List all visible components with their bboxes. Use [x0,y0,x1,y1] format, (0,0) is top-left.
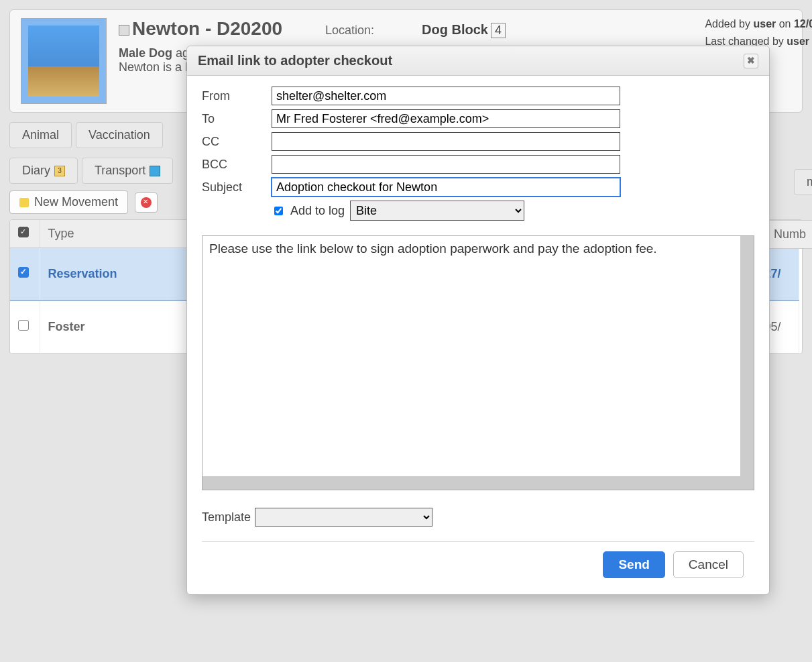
new-movement-button[interactable]: New Movement [9,190,128,214]
tab-animal[interactable]: Animal [9,122,72,148]
transport-icon [150,166,160,176]
dialog-titlebar[interactable]: Email link to adopter checkout ✖ [187,46,769,76]
template-select[interactable] [255,508,432,527]
vertical-scrollbar[interactable] [740,236,754,490]
addtolog-checkbox[interactable] [274,207,283,215]
to-input[interactable] [272,109,620,128]
location-label: Location: [325,23,374,38]
bcc-input[interactable] [272,155,620,174]
subject-label: Subject [202,180,265,195]
dialog-title-text: Email link to adopter checkout [198,53,392,68]
animal-title: Newton - D20200 [119,18,282,40]
close-icon[interactable]: ✖ [744,54,758,68]
subject-input[interactable] [272,178,620,197]
calendar-icon: 3 [54,166,65,176]
tab-vaccination[interactable]: Vaccination [76,122,163,148]
delete-movement-button[interactable] [135,192,158,213]
cancel-button[interactable]: Cancel [673,551,744,578]
audit-info: Added by user on 12/05/202 Last changed … [705,15,812,50]
animal-photo[interactable] [21,18,107,104]
horizontal-scrollbar[interactable] [202,476,740,490]
email-dialog: Email link to adopter checkout ✖ From To… [186,46,770,595]
delete-icon [141,197,152,208]
from-label: From [202,89,265,103]
tab-diary[interactable]: Diary3 [9,158,78,184]
message-body-editor[interactable]: Please use the link below to sign adopti… [202,235,754,490]
message-body-text[interactable]: Please use the link below to sign adopti… [202,236,740,476]
location-value: Dog Block4 [422,22,506,38]
send-button[interactable]: Send [603,551,664,578]
tab-transport[interactable]: Transport [82,158,173,184]
from-input[interactable] [272,87,620,105]
page-icon [119,25,129,36]
col-number[interactable]: Numb [765,220,803,249]
cc-label: CC [202,135,265,149]
select-all-checkbox[interactable] [18,227,29,237]
cc-input[interactable] [272,132,620,151]
bcc-label: BCC [202,158,265,172]
addtolog-label: Add to log [290,204,345,218]
location-count: 4 [491,23,506,38]
new-icon [19,198,29,207]
to-label: To [202,112,265,126]
row-checkbox[interactable] [18,267,29,278]
animal-photo-image [28,25,99,97]
row-checkbox[interactable] [18,320,29,331]
logtype-select[interactable]: Bite [350,201,524,221]
tab-ments[interactable]: ments [794,169,812,195]
template-label: Template [202,510,251,525]
